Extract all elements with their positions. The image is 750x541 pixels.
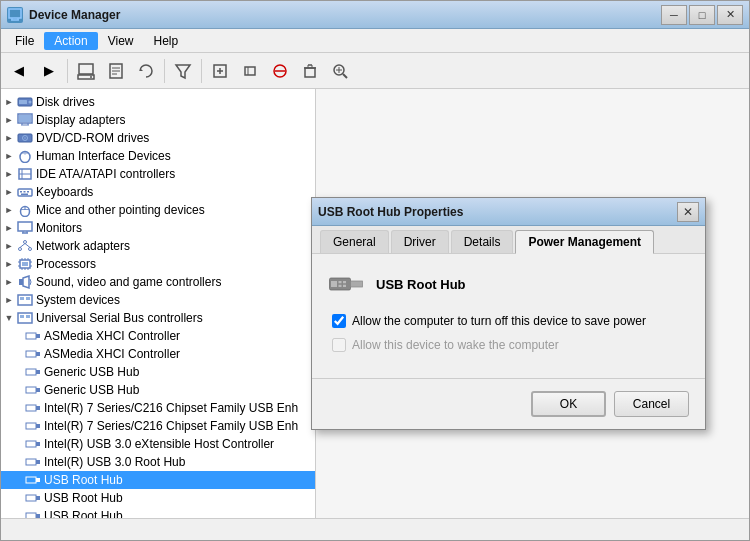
status-bar <box>1 518 749 540</box>
expand-ide[interactable]: ► <box>1 165 17 183</box>
toolbar-separator-1 <box>67 59 68 83</box>
menu-file[interactable]: File <box>5 32 44 50</box>
svg-rect-99 <box>36 478 40 482</box>
tree-item-intel-usb30-root[interactable]: Intel(R) USB 3.0 Root Hub <box>1 453 315 471</box>
tree-item-usb-root-hub-1[interactable]: USB Root Hub <box>1 471 315 489</box>
tree-item-intel-c216-1[interactable]: Intel(R) 7 Series/C216 Chipset Family US… <box>1 399 315 417</box>
device-manager-button[interactable] <box>72 57 100 85</box>
menu-view[interactable]: View <box>98 32 144 50</box>
label-intel-usb30-host: Intel(R) USB 3.0 eXtensible Host Control… <box>44 437 274 451</box>
filter-button[interactable] <box>169 57 197 85</box>
tree-item-keyboards[interactable]: ► Keyboards <box>1 183 315 201</box>
tree-item-system[interactable]: ► System devices <box>1 291 315 309</box>
expand-network[interactable]: ► <box>1 237 17 255</box>
tree-item-asmedia-1[interactable]: ASMedia XHCI Controller <box>1 327 315 345</box>
dialog-tabs: General Driver Details Power Management <box>312 226 705 254</box>
icon-usb-root-hub-2 <box>25 490 41 506</box>
toolbar-separator-2 <box>164 59 165 83</box>
expand-dvd-drives[interactable]: ► <box>1 129 17 147</box>
tree-item-hid[interactable]: ► Human Interface Devices <box>1 147 315 165</box>
tab-details[interactable]: Details <box>451 230 514 253</box>
tree-item-usb-root-hub-3[interactable]: USB Root Hub <box>1 507 315 518</box>
expand-display-adapters[interactable]: ► <box>1 111 17 129</box>
svg-rect-78 <box>26 297 30 300</box>
ok-button[interactable]: OK <box>531 391 606 417</box>
icon-asmedia-1 <box>25 328 41 344</box>
tab-power-management[interactable]: Power Management <box>515 230 654 254</box>
forward-button[interactable]: ▶ <box>35 57 63 85</box>
label-ide: IDE ATA/ATAPI controllers <box>36 167 175 181</box>
svg-rect-86 <box>26 369 36 375</box>
dialog-close-button[interactable]: ✕ <box>677 202 699 222</box>
back-button[interactable]: ◀ <box>5 57 33 85</box>
svg-rect-82 <box>26 333 36 339</box>
tree-item-ide[interactable]: ► IDE ATA/ATAPI controllers <box>1 165 315 183</box>
tree-item-network[interactable]: ► Network adapters <box>1 237 315 255</box>
menu-action[interactable]: Action <box>44 32 97 50</box>
expand-mice[interactable]: ► <box>1 201 17 219</box>
scan-hardware-button[interactable] <box>326 57 354 85</box>
tree-item-usb-root-hub-2[interactable]: USB Root Hub <box>1 489 315 507</box>
refresh-button[interactable] <box>132 57 160 85</box>
tree-item-display-adapters[interactable]: ► Display adapters <box>1 111 315 129</box>
tree-item-asmedia-2[interactable]: ASMedia XHCI Controller <box>1 345 315 363</box>
allow-turn-off-checkbox[interactable] <box>332 314 346 328</box>
expand-generic-hub-2 <box>17 381 25 399</box>
label-system: System devices <box>36 293 120 307</box>
svg-rect-63 <box>22 262 28 266</box>
svg-rect-112 <box>343 285 346 287</box>
uninstall-button[interactable] <box>296 57 324 85</box>
label-generic-hub-2: Generic USB Hub <box>44 383 139 397</box>
tree-item-generic-hub-1[interactable]: Generic USB Hub <box>1 363 315 381</box>
expand-monitors[interactable]: ► <box>1 219 17 237</box>
dialog-title-bar: USB Root Hub Properties ✕ <box>312 198 705 226</box>
allow-turn-off-label: Allow the computer to turn off this devi… <box>352 314 646 328</box>
tab-driver[interactable]: Driver <box>391 230 449 253</box>
expand-intel-usb30-host <box>17 435 25 453</box>
tree-item-disk-drives[interactable]: ► Disk drives <box>1 93 315 111</box>
expand-sound[interactable]: ► <box>1 273 17 291</box>
tree-item-processors[interactable]: ► <box>1 255 315 273</box>
close-button[interactable]: ✕ <box>717 5 743 25</box>
update-driver-button[interactable] <box>206 57 234 85</box>
properties-button[interactable] <box>102 57 130 85</box>
expand-processors[interactable]: ► <box>1 255 17 273</box>
expand-hid[interactable]: ► <box>1 147 17 165</box>
icon-intel-c216-1 <box>25 400 41 416</box>
menu-help[interactable]: Help <box>144 32 189 50</box>
label-intel-c216-2: Intel(R) 7 Series/C216 Chipset Family US… <box>44 419 298 433</box>
tab-general[interactable]: General <box>320 230 389 253</box>
tree-item-dvd-drives[interactable]: ► DVD/CD-ROM drives <box>1 129 315 147</box>
svg-rect-98 <box>26 477 36 483</box>
rollback-button[interactable] <box>236 57 264 85</box>
label-network: Network adapters <box>36 239 130 253</box>
svg-line-60 <box>20 244 25 248</box>
svg-rect-85 <box>36 352 40 356</box>
device-name: USB Root Hub <box>376 277 466 292</box>
svg-rect-46 <box>20 191 22 193</box>
expand-system[interactable]: ► <box>1 291 17 309</box>
svg-point-59 <box>29 248 32 251</box>
tree-item-mice[interactable]: ► Mice and other pointing devices <box>1 201 315 219</box>
minimize-button[interactable]: ─ <box>661 5 687 25</box>
expand-keyboards[interactable]: ► <box>1 183 17 201</box>
icon-processors <box>17 256 33 272</box>
expand-disk-drives[interactable]: ► <box>1 93 17 111</box>
cancel-button[interactable]: Cancel <box>614 391 689 417</box>
svg-point-58 <box>19 248 22 251</box>
disable-button[interactable] <box>266 57 294 85</box>
expand-usb-root-hub-3 <box>17 507 25 518</box>
usb-device-icon <box>328 270 364 298</box>
svg-marker-75 <box>23 276 29 288</box>
tree-item-sound[interactable]: ► Sound, video and game controllers <box>1 273 315 291</box>
tree-item-generic-hub-2[interactable]: Generic USB Hub <box>1 381 315 399</box>
allow-wake-checkbox[interactable] <box>332 338 346 352</box>
device-tree[interactable]: ► Disk drives ► <box>1 89 316 518</box>
restore-button[interactable]: □ <box>689 5 715 25</box>
tree-item-monitors[interactable]: ► Monitors <box>1 219 315 237</box>
expand-usb-controllers[interactable]: ▼ <box>1 309 17 327</box>
tree-item-intel-c216-2[interactable]: Intel(R) 7 Series/C216 Chipset Family US… <box>1 417 315 435</box>
dialog-footer: OK Cancel <box>312 378 705 429</box>
tree-item-intel-usb30-host[interactable]: Intel(R) USB 3.0 eXtensible Host Control… <box>1 435 315 453</box>
tree-item-usb-controllers[interactable]: ▼ Universal Serial Bus controllers <box>1 309 315 327</box>
